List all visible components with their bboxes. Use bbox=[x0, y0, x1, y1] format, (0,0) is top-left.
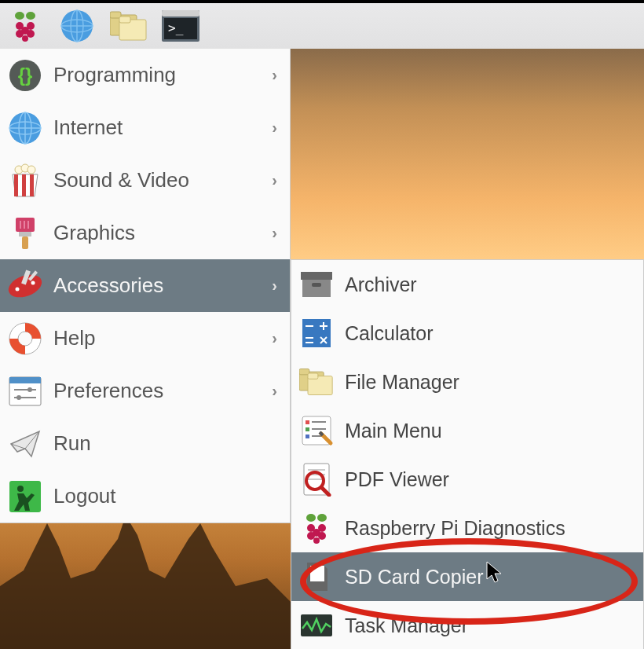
browser-taskbar-icon[interactable] bbox=[58, 7, 96, 45]
svg-rect-38 bbox=[19, 232, 31, 236]
svg-rect-96 bbox=[310, 566, 324, 581]
terminal-taskbar-icon[interactable]: >_ bbox=[162, 7, 199, 45]
menu-label: Run bbox=[53, 431, 277, 456]
chevron-right-icon: › bbox=[272, 329, 277, 347]
submenu-item-pdf-viewer[interactable]: PDF Viewer bbox=[291, 455, 643, 504]
submenu-item-main-menu[interactable]: Main Menu bbox=[291, 406, 643, 455]
submenu-label: SD Card Copier bbox=[345, 566, 483, 588]
svg-point-33 bbox=[27, 166, 35, 174]
application-menu: {} Programming › Internet › Sound & Vide… bbox=[0, 49, 291, 523]
svg-rect-58 bbox=[301, 272, 332, 280]
submenu-label: Calculator bbox=[345, 322, 434, 345]
raspberry-icon bbox=[299, 511, 334, 545]
svg-point-50 bbox=[27, 387, 32, 392]
submenu-item-archiver[interactable]: Archiver bbox=[291, 260, 643, 309]
submenu-item-sd-card-copier[interactable]: SD Card Copier bbox=[291, 552, 643, 601]
chevron-right-icon: › bbox=[272, 224, 277, 242]
svg-point-6 bbox=[27, 30, 35, 38]
svg-rect-28 bbox=[14, 174, 18, 196]
globe-icon bbox=[8, 111, 42, 145]
submenu-label: Archiver bbox=[345, 273, 417, 296]
menu-item-preferences[interactable]: Preferences › bbox=[0, 365, 290, 417]
submenu-label: Raspberry Pi Diagnostics bbox=[345, 517, 565, 540]
archive-icon bbox=[299, 267, 334, 302]
chevron-right-icon: › bbox=[272, 382, 277, 400]
submenu-label: Task Manager bbox=[345, 614, 468, 637]
submenu-label: File Manager bbox=[345, 371, 459, 394]
submenu-label: PDF Viewer bbox=[345, 468, 449, 491]
svg-rect-78 bbox=[306, 434, 309, 438]
raspberry-menu-icon[interactable] bbox=[6, 7, 44, 45]
chevron-right-icon: › bbox=[272, 119, 277, 137]
svg-rect-48 bbox=[9, 377, 41, 383]
svg-rect-36 bbox=[24, 221, 25, 229]
svg-point-52 bbox=[16, 395, 21, 400]
menu-label: Help bbox=[53, 326, 261, 350]
menu-item-help[interactable]: Help › bbox=[0, 312, 290, 365]
brush-icon bbox=[8, 216, 42, 251]
menu-label: Logout bbox=[53, 484, 277, 508]
accessories-submenu: Archiver Calculator File Manager Main Me… bbox=[291, 259, 644, 649]
svg-point-0 bbox=[15, 12, 24, 20]
svg-point-1 bbox=[26, 12, 35, 20]
svg-rect-16 bbox=[119, 16, 130, 23]
svg-point-89 bbox=[317, 514, 327, 522]
exit-icon bbox=[8, 479, 42, 514]
menu-item-programming[interactable]: {} Programming › bbox=[0, 49, 290, 101]
magnifier-icon bbox=[299, 462, 334, 497]
menu-item-graphics[interactable]: Graphics › bbox=[0, 207, 290, 259]
svg-point-41 bbox=[16, 287, 20, 291]
main-menu-icon bbox=[299, 413, 334, 448]
menu-label: Internet bbox=[53, 116, 261, 140]
swiss-knife-icon bbox=[8, 269, 42, 303]
svg-rect-62 bbox=[302, 333, 317, 347]
submenu-item-file-manager[interactable]: File Manager bbox=[291, 358, 643, 406]
svg-rect-77 bbox=[306, 427, 309, 431]
file-manager-taskbar-icon[interactable] bbox=[110, 7, 148, 45]
lifebuoy-icon bbox=[8, 321, 42, 356]
submenu-item-calculator[interactable]: Calculator bbox=[291, 309, 643, 358]
svg-text:>_: >_ bbox=[168, 20, 184, 35]
svg-rect-29 bbox=[22, 174, 26, 196]
menu-item-internet[interactable]: Internet › bbox=[0, 101, 290, 154]
svg-rect-39 bbox=[22, 236, 28, 249]
task-manager-icon bbox=[299, 608, 334, 643]
svg-point-42 bbox=[31, 280, 35, 284]
svg-point-94 bbox=[318, 532, 326, 540]
svg-point-7 bbox=[22, 35, 28, 42]
submenu-label: Main Menu bbox=[345, 420, 442, 442]
svg-point-88 bbox=[306, 514, 316, 522]
menu-item-sound-video[interactable]: Sound & Video › bbox=[0, 154, 290, 207]
menu-label: Preferences bbox=[53, 379, 261, 403]
menu-label: Sound & Video bbox=[53, 168, 261, 192]
chevron-right-icon: › bbox=[272, 277, 277, 295]
svg-rect-30 bbox=[30, 174, 34, 196]
calculator-icon bbox=[299, 316, 334, 350]
sdcard-icon bbox=[299, 559, 334, 594]
svg-rect-76 bbox=[306, 420, 309, 424]
code-icon: {} bbox=[8, 58, 42, 93]
menu-item-accessories[interactable]: Accessories › bbox=[0, 259, 290, 312]
paper-plane-icon bbox=[8, 427, 42, 461]
svg-text:{}: {} bbox=[18, 64, 33, 86]
menu-label: Graphics bbox=[53, 221, 261, 245]
menu-label: Programming bbox=[53, 63, 261, 87]
svg-point-46 bbox=[18, 332, 32, 346]
chevron-right-icon: › bbox=[272, 171, 277, 189]
chevron-right-icon: › bbox=[272, 66, 277, 84]
submenu-item-rpi-diagnostics[interactable]: Raspberry Pi Diagnostics bbox=[291, 504, 643, 552]
menu-item-run[interactable]: Run bbox=[0, 417, 290, 470]
taskbar: >_ bbox=[0, 0, 644, 49]
sliders-icon bbox=[8, 374, 42, 409]
menu-item-logout[interactable]: Logout bbox=[0, 470, 290, 522]
svg-rect-74 bbox=[308, 373, 318, 379]
svg-rect-37 bbox=[27, 221, 29, 229]
svg-point-95 bbox=[313, 537, 320, 544]
svg-rect-18 bbox=[162, 10, 199, 16]
svg-point-5 bbox=[16, 30, 24, 38]
svg-point-93 bbox=[307, 532, 315, 540]
svg-rect-35 bbox=[20, 221, 21, 229]
popcorn-icon bbox=[8, 163, 42, 198]
submenu-item-task-manager[interactable]: Task Manager bbox=[291, 601, 643, 649]
menu-label: Accessories bbox=[53, 273, 261, 298]
